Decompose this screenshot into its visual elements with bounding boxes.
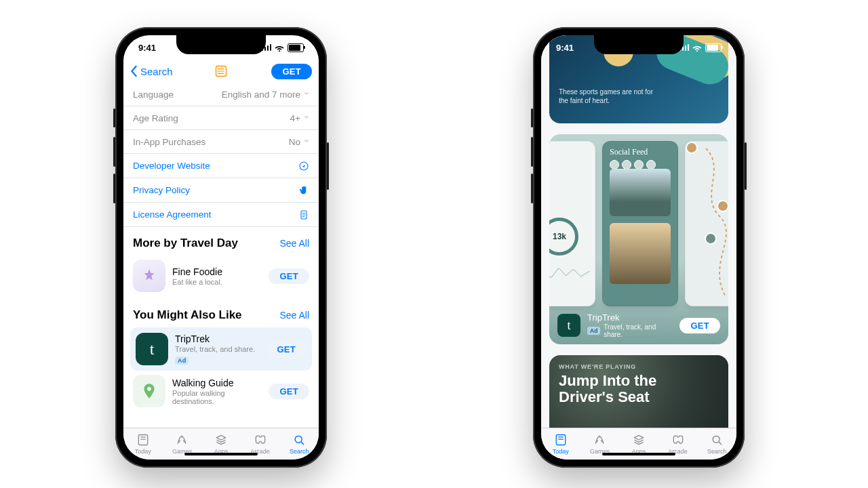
tab-today[interactable]: Today	[123, 428, 163, 460]
notch	[176, 35, 266, 54]
svg-point-11	[599, 436, 601, 438]
story-title: Jump Into theDriver's Seat	[559, 373, 719, 405]
get-button[interactable]: GET	[271, 64, 312, 79]
section-also-like: You Might Also Like See All	[123, 299, 319, 327]
battery-icon	[705, 43, 722, 52]
screen-right: 9:41 These sports games are not for the …	[541, 35, 736, 460]
tab-search[interactable]: Search	[697, 428, 736, 460]
app-card-walking-guide[interactable]: Walking GuidePopular walking destination…	[123, 371, 319, 414]
app-title: Fine Foodie	[172, 266, 262, 277]
info-row-in-app-purchases: In-App PurchasesNo	[123, 130, 319, 154]
tab-label: Search	[707, 448, 727, 455]
info-row-developer-website[interactable]: Developer Website	[123, 154, 319, 178]
chevron-down-icon	[304, 90, 309, 98]
triptrek-icon: t	[557, 314, 580, 337]
info-row-license-agreement[interactable]: License Agreement	[123, 203, 319, 227]
screenshot-2: Social Feed	[602, 141, 678, 306]
screen-left: 9:41 Search GET LanguageEnglish and	[123, 35, 319, 460]
feed-title: Social Feed	[603, 142, 677, 160]
tab-search[interactable]: Search	[279, 428, 319, 460]
ad-footer: t TripTrek AdTravel, track, and share. G…	[549, 306, 728, 344]
story-card-driving[interactable]: WHAT WE'RE PLAYING Jump Into theDriver's…	[549, 355, 728, 428]
ad-title: TripTrek	[587, 312, 673, 323]
tab-label: Search	[290, 448, 309, 455]
svg-point-12	[713, 436, 719, 443]
chevron-down-icon	[304, 114, 309, 122]
svg-point-3	[217, 73, 218, 75]
app-title: TripTrek	[175, 333, 259, 344]
wifi-icon	[275, 44, 284, 51]
screenshot-3	[685, 141, 728, 306]
see-all-link[interactable]: See All	[279, 238, 309, 249]
tab-label: Today	[135, 448, 151, 455]
story-caption: These sports games are not for the faint…	[559, 88, 660, 105]
phone-right: 9:41 These sports games are not for the …	[533, 27, 745, 468]
see-all-link[interactable]: See All	[279, 310, 309, 321]
chevron-left-icon	[130, 65, 138, 77]
phone-left: 9:41 Search GET LanguageEnglish and	[115, 27, 327, 468]
get-button[interactable]: GET	[269, 268, 309, 284]
app-subtitle: Travel, track, and share.	[175, 345, 259, 353]
svg-point-6	[147, 387, 151, 391]
svg-point-8	[181, 436, 183, 438]
ad-badge: Ad	[587, 327, 600, 335]
detail-content[interactable]: LanguageEnglish and 7 moreAge Rating4+In…	[123, 83, 319, 428]
stats-ring: 13k	[549, 218, 578, 256]
tab-label: Today	[553, 448, 569, 455]
svg-rect-10	[556, 435, 565, 445]
get-button[interactable]: GET	[269, 384, 309, 399]
status-time: 9:41	[138, 43, 156, 53]
svg-point-2	[217, 70, 218, 72]
app-card-triptrek[interactable]: tTripTrekTravel, track, and share.AdGET	[130, 327, 312, 371]
wifi-icon	[692, 44, 702, 51]
walking-guide-icon	[133, 375, 165, 407]
info-row-privacy-policy[interactable]: Privacy Policy	[123, 178, 319, 203]
get-button[interactable]: GET	[266, 342, 307, 357]
svg-rect-7	[138, 435, 147, 445]
app-title: Walking Guide	[172, 378, 262, 388]
story-eyebrow: WHAT WE'RE PLAYING	[559, 363, 719, 370]
info-row-age-rating: Age Rating4+	[123, 106, 319, 130]
svg-point-9	[295, 436, 302, 443]
notch	[594, 35, 684, 54]
back-label: Search	[140, 66, 173, 77]
also-like-heading: You Might Also Like	[133, 308, 242, 322]
chevron-down-icon	[304, 138, 309, 146]
app-icon-small	[214, 64, 229, 79]
ad-badge: Ad	[175, 357, 189, 365]
fine-foodie-icon	[133, 260, 165, 292]
screenshot-1: 13k	[549, 141, 595, 306]
back-button[interactable]: Search	[130, 65, 173, 77]
get-button[interactable]: GET	[679, 318, 720, 333]
app-subtitle: Popular walking destinations.	[172, 389, 262, 405]
app-card-fine-foodie[interactable]: Fine Foodie Eat like a local. GET	[123, 256, 319, 299]
battery-icon	[288, 43, 304, 52]
info-row-language: LanguageEnglish and 7 more	[123, 83, 319, 106]
status-time: 9:41	[556, 43, 574, 53]
stage: 9:41 Search GET LanguageEnglish and	[0, 0, 868, 488]
more-by-heading: More by Travel Day	[133, 237, 238, 250]
ad-subtitle: Travel, track, and share.	[604, 323, 673, 338]
tab-today[interactable]: Today	[541, 428, 580, 460]
section-more-by: More by Travel Day See All	[123, 227, 319, 256]
svg-point-1	[217, 68, 218, 70]
home-indicator[interactable]	[602, 453, 675, 455]
today-content[interactable]: These sports games are not for the faint…	[541, 35, 736, 428]
nav-bar: Search GET	[123, 60, 319, 83]
app-subtitle: Eat like a local.	[172, 278, 262, 286]
home-indicator[interactable]	[184, 453, 258, 455]
ad-card-triptrek[interactable]: 13k Social Feed	[549, 134, 728, 344]
triptrek-icon: t	[136, 333, 168, 365]
